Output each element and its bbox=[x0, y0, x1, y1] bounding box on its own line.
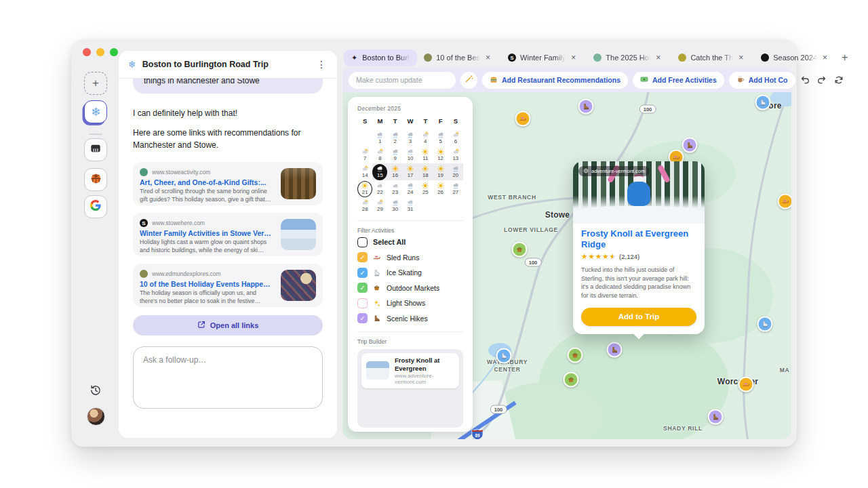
calendar-day[interactable]: 19 bbox=[433, 163, 448, 180]
calendar-day[interactable]: 27 bbox=[448, 180, 463, 197]
calendar-day[interactable]: 1 bbox=[372, 129, 387, 146]
checkbox[interactable] bbox=[357, 237, 368, 247]
sidebar-item-piano-space[interactable] bbox=[84, 138, 107, 161]
link-title[interactable]: 10 of the Best Holiday Events Happening.… bbox=[140, 280, 274, 288]
sidebar-item-google-space[interactable] bbox=[84, 195, 107, 218]
new-space-button[interactable]: + bbox=[84, 72, 107, 95]
checkbox[interactable]: ✓ bbox=[357, 313, 368, 323]
map-marker-sled[interactable] bbox=[738, 377, 754, 392]
calendar-day[interactable]: 21 bbox=[357, 180, 372, 197]
calendar-day[interactable]: 31 bbox=[403, 197, 418, 214]
link-card[interactable]: www.stoweactivity.comArt, Cheer, and One… bbox=[133, 162, 323, 205]
calendar-day[interactable]: 16 bbox=[388, 163, 403, 180]
filter-sled-runs[interactable]: ✓Sled Runs bbox=[357, 251, 463, 265]
calendar-day[interactable]: 17 bbox=[403, 163, 418, 180]
calendar-day[interactable]: 20 bbox=[448, 163, 463, 180]
filter-ice-skating[interactable]: ✓Ice Skating bbox=[357, 266, 463, 280]
calendar-day[interactable]: 5 bbox=[433, 129, 448, 146]
sidebar-item-trip-space[interactable]: ❄ bbox=[84, 100, 107, 123]
calendar-day[interactable]: 11 bbox=[418, 146, 433, 163]
calendar-day[interactable]: 30 bbox=[388, 197, 403, 214]
calendar-day[interactable]: 14 bbox=[357, 163, 372, 180]
new-tab-button[interactable]: + bbox=[839, 52, 850, 64]
link-title[interactable]: Art, Cheer, and One-of-a-Kind Gifts:... bbox=[140, 178, 274, 186]
tab-season-2024[interactable]: Season 2024× bbox=[756, 49, 833, 66]
zoom-window-button[interactable] bbox=[110, 48, 118, 56]
map-marker-sled[interactable] bbox=[515, 111, 531, 127]
calendar-day[interactable]: 8 bbox=[372, 146, 387, 163]
magic-wand-button[interactable] bbox=[460, 72, 477, 89]
calendar-day[interactable]: 2 bbox=[388, 129, 403, 146]
tab-catch-the-th[interactable]: Catch the Th× bbox=[673, 49, 749, 66]
refresh-button[interactable] bbox=[834, 75, 844, 85]
map-marker-hike[interactable] bbox=[607, 342, 623, 358]
filter-outdoor-markets[interactable]: ✓Outdoor Markets bbox=[357, 281, 463, 296]
map-marker-hike[interactable] bbox=[682, 138, 698, 153]
close-tab-icon[interactable]: × bbox=[654, 53, 662, 62]
redo-button[interactable] bbox=[817, 75, 827, 85]
checkbox[interactable]: ✓ bbox=[357, 283, 368, 293]
calendar-day[interactable]: 22 bbox=[372, 180, 387, 197]
link-card[interactable]: Swww.stowehere.comWinter Family Activiti… bbox=[133, 213, 323, 256]
map-marker-skate[interactable] bbox=[496, 348, 512, 364]
calendar-day[interactable]: 25 bbox=[418, 180, 433, 197]
map-marker-hike[interactable] bbox=[708, 409, 724, 425]
map-marker-market[interactable] bbox=[564, 372, 579, 388]
follow-up-input[interactable] bbox=[133, 346, 323, 409]
calendar-day[interactable]: 26 bbox=[433, 180, 448, 197]
custom-update-input[interactable] bbox=[349, 72, 456, 89]
calendar-day[interactable]: 28 bbox=[357, 197, 372, 214]
checkbox[interactable]: ✓ bbox=[357, 268, 368, 278]
chat-menu-button[interactable]: ⋮ bbox=[315, 60, 328, 69]
calendar-day[interactable]: 13 bbox=[448, 146, 463, 163]
calendar-day[interactable]: 12 bbox=[433, 146, 448, 163]
map-marker-skate[interactable] bbox=[755, 95, 771, 110]
link-card[interactable]: www.edmundexplores.com10 of the Best Hol… bbox=[133, 264, 323, 307]
calendar-day[interactable]: 24 bbox=[403, 180, 418, 197]
tab-the-2025-hol[interactable]: The 2025 Hol× bbox=[589, 49, 667, 66]
map-marker-sled[interactable] bbox=[778, 194, 792, 209]
map-marker-hike[interactable] bbox=[578, 99, 594, 115]
filter-label: Scenic Hikes bbox=[387, 314, 428, 323]
link-title[interactable]: Winter Family Activities in Stowe Vermon… bbox=[140, 229, 274, 237]
calendar-day[interactable]: 3 bbox=[403, 129, 418, 146]
close-tab-icon[interactable]: × bbox=[484, 53, 492, 62]
map-marker-skate[interactable] bbox=[757, 317, 773, 332]
calendar-day[interactable]: 15 bbox=[372, 163, 387, 180]
checkbox[interactable] bbox=[357, 298, 368, 308]
checkbox[interactable]: ✓ bbox=[357, 252, 368, 262]
map-view[interactable]: December 2025 SMTWTFS1234567891011121314… bbox=[342, 92, 791, 439]
filter-select-all[interactable]: Select All bbox=[357, 235, 463, 249]
chip-add-hot-co[interactable]: Add Hot Co bbox=[729, 72, 795, 89]
trip-builder-card[interactable]: Frosty Knoll at Evergreen www.adventure-… bbox=[361, 353, 459, 388]
chip-add-free-activities[interactable]: Add Free Activities bbox=[633, 72, 724, 89]
history-button[interactable] bbox=[90, 384, 102, 397]
user-avatar[interactable] bbox=[87, 407, 105, 426]
calendar-day[interactable]: 6 bbox=[448, 129, 463, 146]
close-window-button[interactable] bbox=[83, 48, 91, 56]
calendar-day[interactable]: 4 bbox=[418, 129, 433, 146]
calendar-day[interactable]: 9 bbox=[388, 146, 403, 163]
open-all-links-button[interactable]: Open all links bbox=[133, 315, 323, 336]
close-tab-icon[interactable]: × bbox=[821, 53, 829, 62]
location-title[interactable]: Frosty Knoll at Evergreen Ridge bbox=[581, 228, 696, 249]
filter-scenic-hikes[interactable]: ✓Scenic Hikes bbox=[357, 312, 463, 326]
calendar-day[interactable]: 29 bbox=[372, 197, 387, 214]
map-marker-market[interactable] bbox=[512, 242, 528, 258]
chip-add-restaurant-recommendations[interactable]: Add Restaurant Recommendations bbox=[482, 72, 628, 89]
calendar-day[interactable]: 18 bbox=[418, 163, 433, 180]
minimize-window-button[interactable] bbox=[96, 48, 104, 56]
add-to-trip-button[interactable]: Add to Trip bbox=[581, 308, 696, 326]
close-tab-icon[interactable]: × bbox=[570, 53, 577, 62]
calendar-day[interactable]: 10 bbox=[403, 146, 418, 163]
tab-10-of-the-bes[interactable]: 10 of the Bes× bbox=[419, 49, 496, 66]
calendar-day[interactable]: 7 bbox=[357, 146, 372, 163]
calendar-day[interactable]: 23 bbox=[388, 180, 403, 197]
filter-light-shows[interactable]: Light Shows bbox=[357, 296, 463, 310]
map-marker-market[interactable] bbox=[568, 348, 583, 363]
sidebar-item-sports-space[interactable] bbox=[84, 168, 107, 191]
tab-winter-family[interactable]: SWinter Family× bbox=[503, 49, 582, 66]
undo-button[interactable] bbox=[800, 75, 810, 85]
close-tab-icon[interactable]: × bbox=[737, 53, 745, 62]
tab-boston-to-burling[interactable]: ✦Boston to Burling bbox=[344, 49, 417, 66]
